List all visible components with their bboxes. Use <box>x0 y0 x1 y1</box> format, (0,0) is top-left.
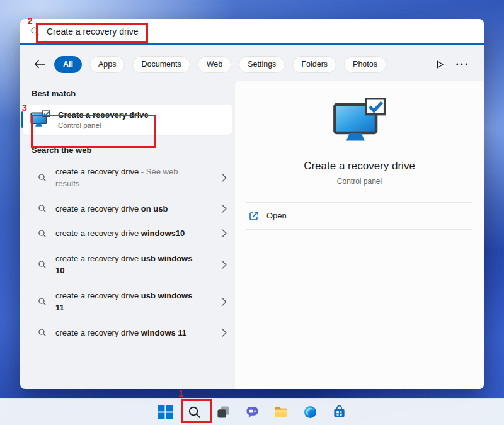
filter-tab-web[interactable]: Web <box>198 56 231 73</box>
suggestion-text: create a recovery drive - See web result… <box>55 166 197 190</box>
ellipsis-icon <box>456 63 467 65</box>
suggestion-text: create a recovery drive usb windows 11 <box>55 290 197 314</box>
filter-tab-settings[interactable]: Settings <box>239 56 285 73</box>
search-icon <box>38 173 47 182</box>
web-suggestion-5[interactable]: create a recovery drive usb windows 11 <box>20 283 234 320</box>
results-area: Best match Create a recovery drive Contr… <box>20 81 484 390</box>
annotation-step-1: 1 <box>178 388 183 399</box>
open-external-icon <box>249 211 259 221</box>
search-web-heading: Search the web <box>20 137 234 159</box>
edge-button[interactable] <box>299 400 322 424</box>
best-match-heading: Best match <box>20 81 234 103</box>
file-explorer-button[interactable] <box>270 400 293 424</box>
back-arrow-icon <box>34 60 45 69</box>
filter-tabs-row: All Apps Documents Web Settings Folders … <box>20 45 484 81</box>
suggestion-text: create a recovery drive windows 11 <box>55 327 197 339</box>
web-suggestion-3[interactable]: create a recovery drive windows10 <box>20 221 234 246</box>
recovery-drive-icon <box>30 110 50 128</box>
chevron-right-icon[interactable] <box>222 229 227 237</box>
search-icon <box>38 328 47 337</box>
filter-tab-all[interactable]: All <box>54 56 82 73</box>
task-view-button[interactable] <box>212 400 235 424</box>
chat-button[interactable] <box>241 400 264 424</box>
search-icon <box>187 405 202 419</box>
search-icon <box>38 297 47 306</box>
best-match-title: Create a recovery drive <box>58 110 149 120</box>
recovery-drive-icon-large <box>333 97 387 146</box>
filter-tab-documents[interactable]: Documents <box>132 56 190 73</box>
web-suggestion-4[interactable]: create a recovery drive usb windows 10 <box>20 246 234 283</box>
task-view-icon <box>216 405 231 419</box>
chevron-right-icon[interactable] <box>222 261 227 269</box>
play-icon <box>437 60 444 69</box>
best-match-text: Create a recovery drive Control panel <box>58 110 149 129</box>
search-flyout: Create a recovery drive All Apps Documen… <box>20 19 484 389</box>
edge-icon <box>303 405 318 419</box>
filter-tab-photos[interactable]: Photos <box>344 56 386 73</box>
back-button[interactable] <box>34 59 47 69</box>
web-suggestion-2[interactable]: create a recovery drive on usb <box>20 196 234 222</box>
chevron-right-icon[interactable] <box>222 205 227 213</box>
taskbar-search-button[interactable] <box>183 400 206 424</box>
results-list: Best match Create a recovery drive Contr… <box>20 81 234 390</box>
web-suggestion-6[interactable]: create a recovery drive windows 11 <box>20 320 234 346</box>
search-icon <box>38 229 47 238</box>
more-options-button[interactable] <box>454 60 470 68</box>
open-label: Open <box>266 211 287 220</box>
desktop: Create a recovery drive All Apps Documen… <box>0 0 504 425</box>
suggestion-text: create a recovery drive windows10 <box>55 227 197 240</box>
chevron-right-icon[interactable] <box>222 174 227 182</box>
taskbar <box>0 398 504 425</box>
filter-tab-apps[interactable]: Apps <box>89 56 125 73</box>
start-button[interactable] <box>154 400 177 424</box>
best-match-subtitle: Control panel <box>58 122 149 129</box>
chat-icon <box>245 405 260 419</box>
run-button[interactable] <box>434 58 446 71</box>
search-icon <box>38 204 47 213</box>
open-action[interactable]: Open <box>246 202 472 230</box>
suggestion-text: create a recovery drive on usb <box>55 203 197 215</box>
search-icon <box>38 260 47 269</box>
search-bar[interactable]: Create a recovery drive <box>20 19 484 45</box>
preview-pane: Create a recovery drive Control panel Op… <box>234 81 484 390</box>
selection-indicator <box>21 111 23 128</box>
store-icon <box>332 405 346 419</box>
store-button[interactable] <box>328 400 351 424</box>
best-match-result[interactable]: Create a recovery drive Control panel <box>23 105 232 135</box>
web-suggestion-1[interactable]: create a recovery drive - See web result… <box>20 159 234 196</box>
chevron-right-icon[interactable] <box>222 298 227 306</box>
file-explorer-icon <box>274 405 289 419</box>
suggestion-text: create a recovery drive usb windows 10 <box>55 252 197 277</box>
preview-subtitle: Control panel <box>337 177 382 186</box>
search-icon <box>30 26 40 36</box>
filter-tab-folders[interactable]: Folders <box>292 56 336 73</box>
windows-logo-icon <box>158 405 173 419</box>
chevron-right-icon[interactable] <box>222 329 227 337</box>
search-input[interactable]: Create a recovery drive <box>47 26 139 37</box>
preview-title: Create a recovery drive <box>304 160 415 173</box>
